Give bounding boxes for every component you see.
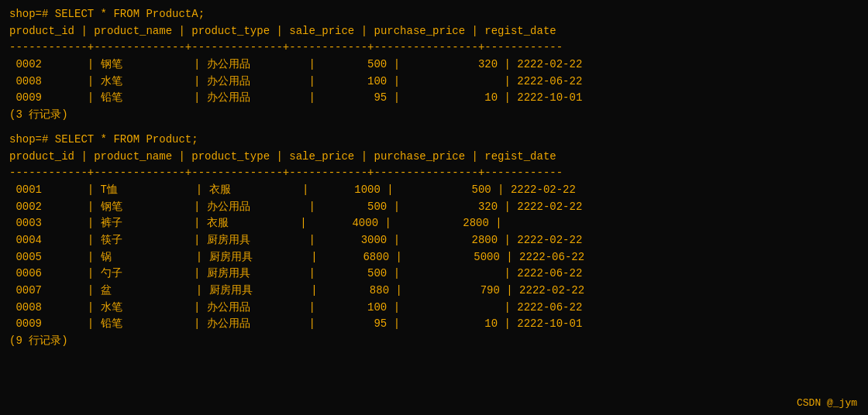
query1-count: (3 行记录) bbox=[9, 107, 859, 124]
table-row: 0009 | 铅笔 | 办公用品 | 95 | 10 | 2222-10-01 bbox=[9, 316, 859, 333]
query2-rows: 0001 | T恤 | 衣服 | 1000 | 500 | 2222-02-22… bbox=[9, 182, 859, 333]
table-row: 0008 | 水笔 | 办公用品 | 100 | | 2222-06-22 bbox=[9, 74, 859, 91]
query1-prompt: shop=# SELECT * FROM ProductA; bbox=[9, 6, 859, 23]
table-row: 0009 | 铅笔 | 办公用品 | 95 | 10 | 2222-10-01 bbox=[9, 90, 859, 107]
table-row: 0001 | T恤 | 衣服 | 1000 | 500 | 2222-02-22 bbox=[9, 182, 859, 199]
watermark: CSDN @_jym bbox=[797, 397, 857, 409]
table-row: 0006 | 勺子 | 厨房用具 | 500 | | 2222-06-22 bbox=[9, 266, 859, 283]
query2-count: (9 行记录) bbox=[9, 333, 859, 350]
query1-columns: product_id | product_name | product_type… bbox=[9, 23, 859, 40]
table-row: 0003 | 裤子 | 衣服 | 4000 | 2800 | bbox=[9, 215, 859, 232]
query2-columns: product_id | product_name | product_type… bbox=[9, 149, 859, 166]
terminal: shop=# SELECT * FROM ProductA; product_i… bbox=[9, 6, 859, 409]
table-row: 0002 | 钢笔 | 办公用品 | 500 | 320 | 2222-02-2… bbox=[9, 199, 859, 216]
query1-separator: ------------+--------------+------------… bbox=[9, 39, 859, 57]
blank-space bbox=[9, 124, 859, 132]
table-row: 0004 | 筷子 | 厨房用具 | 3000 | 2800 | 2222-02… bbox=[9, 232, 859, 249]
query2-prompt: shop=# SELECT * FROM Product; bbox=[9, 132, 859, 149]
table-row: 0008 | 水笔 | 办公用品 | 100 | | 2222-06-22 bbox=[9, 300, 859, 317]
table-row: 0007 | 盆 | 厨房用具 | 880 | 790 | 2222-02-22 bbox=[9, 283, 859, 300]
table-row: 0005 | 锅 | 厨房用具 | 6800 | 5000 | 2222-06-… bbox=[9, 249, 859, 266]
query2-separator: ------------+--------------+------------… bbox=[9, 165, 859, 182]
table-row: 0002 | 钢笔 | 办公用品 | 500 | 320 | 2222-02-2… bbox=[9, 57, 859, 74]
query1-rows: 0002 | 钢笔 | 办公用品 | 500 | 320 | 2222-02-2… bbox=[9, 57, 859, 107]
